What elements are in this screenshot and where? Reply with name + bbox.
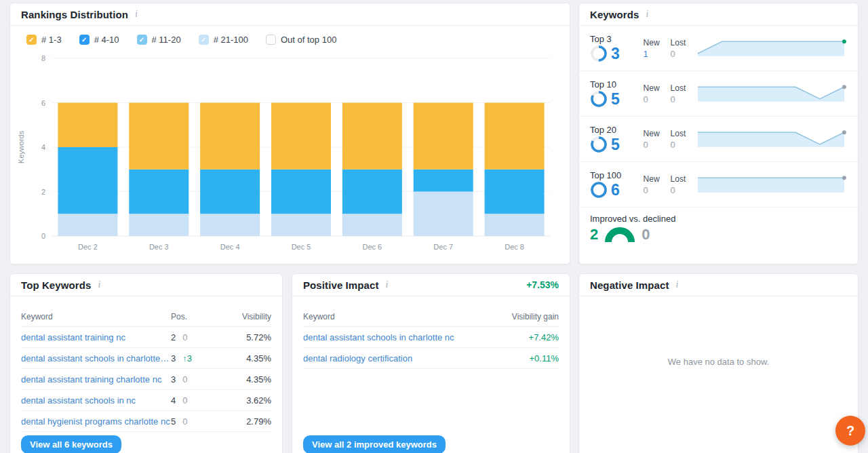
info-icon[interactable]: i — [134, 9, 139, 19]
new-count[interactable]: 0 — [644, 185, 660, 195]
legend-item[interactable]: ✓# 1-3 — [26, 35, 62, 45]
lost-label: Lost — [671, 129, 686, 138]
bar-segment[interactable] — [271, 103, 331, 170]
bar-segment[interactable] — [200, 103, 260, 170]
rankings-stacked-bar-chart: 02468KeywordsDec 2Dec 3Dec 4Dec 5Dec 6De… — [14, 47, 564, 262]
ring-chart — [590, 181, 608, 199]
position-change: 0 — [182, 332, 187, 342]
x-tick-label: Dec 7 — [433, 243, 453, 251]
summary-count[interactable]: 5 — [611, 92, 620, 107]
bar-segment[interactable] — [342, 214, 402, 236]
lost-count[interactable]: 0 — [671, 185, 686, 195]
negative-impact-header: Negative Impact i — [579, 274, 858, 296]
bar-segment[interactable] — [342, 170, 402, 214]
bar-segment[interactable] — [414, 192, 473, 237]
position-cell: 3↑3 — [171, 353, 229, 363]
bar-segment[interactable] — [200, 214, 260, 236]
bar-segment[interactable] — [485, 103, 545, 170]
keyword-summary-row: Top 105New0Lost0 — [579, 71, 858, 117]
bar-segment[interactable] — [271, 214, 331, 236]
bar-segment[interactable] — [58, 103, 117, 148]
keyword-summary-row: Top 205New0Lost0 — [579, 117, 858, 162]
legend-item[interactable]: ✓# 21-100 — [199, 35, 248, 45]
bar-segment[interactable] — [414, 170, 473, 192]
legend-item[interactable]: ✓# 11-20 — [137, 35, 181, 45]
position-cell: 40 — [171, 395, 229, 406]
top-keywords-rows: dental assistant training nc205.72%denta… — [21, 327, 271, 432]
legend-checkbox[interactable]: ✓ — [26, 35, 37, 45]
position-cell: 20 — [171, 332, 229, 342]
summary-count[interactable]: 3 — [611, 46, 620, 62]
info-icon[interactable]: i — [675, 280, 680, 290]
keyword-link[interactable]: dental radiology certification — [303, 353, 530, 363]
keyword-link[interactable]: dental hygienist programs charlotte nc — [21, 416, 171, 427]
keyword-link[interactable]: dental assistant schools in nc — [21, 395, 171, 406]
legend-checkbox[interactable]: ✓ — [79, 35, 90, 45]
summary-count[interactable]: 5 — [611, 137, 620, 153]
table-row: dental assistant schools in charlotte nc… — [303, 327, 559, 348]
keyword-link[interactable]: dental assistant schools in charlotte nc — [303, 332, 529, 342]
new-count[interactable]: 0 — [644, 94, 660, 104]
bar-segment[interactable] — [58, 214, 117, 236]
position-change: 0 — [182, 395, 187, 406]
col-keyword: Keyword — [21, 312, 171, 321]
legend-checkbox[interactable] — [266, 35, 276, 45]
visibility-value: 2.79% — [229, 416, 271, 427]
bar-segment[interactable] — [485, 170, 545, 214]
new-count[interactable]: 0 — [644, 140, 660, 150]
lost-count[interactable]: 0 — [671, 49, 686, 59]
position-value: 3 — [171, 374, 176, 385]
summary-left: Top 105 — [590, 79, 644, 108]
lost-count[interactable]: 0 — [671, 94, 686, 104]
position-value: 5 — [171, 416, 176, 427]
ring-chart — [590, 136, 608, 153]
summary-count[interactable]: 6 — [611, 182, 620, 198]
lost-count[interactable]: 0 — [671, 140, 686, 150]
x-tick-label: Dec 8 — [505, 243, 524, 251]
bar-segment[interactable] — [58, 147, 117, 214]
position-change: ↑3 — [182, 353, 192, 363]
legend-checkbox[interactable]: ✓ — [199, 35, 209, 45]
bar-segment[interactable] — [342, 103, 402, 170]
summary-left: Top 1006 — [590, 170, 644, 199]
info-icon[interactable]: i — [384, 280, 390, 290]
x-tick-label: Dec 3 — [149, 243, 169, 251]
keyword-link[interactable]: dental assistant schools in charlotte nc — [21, 353, 171, 363]
view-improved-keywords-button[interactable]: View all 2 improved keywords — [303, 435, 446, 453]
new-lost-block: New0Lost0 — [644, 174, 696, 195]
new-count[interactable]: 1 — [644, 49, 660, 59]
keyword-link[interactable]: dental assistant training nc — [21, 332, 171, 342]
lost-label: Lost — [671, 38, 686, 47]
bar-segment[interactable] — [271, 170, 331, 214]
bar-segment[interactable] — [129, 170, 189, 214]
col-pos: Pos. — [171, 312, 229, 321]
visibility-value: 5.72% — [229, 332, 271, 342]
legend-item[interactable]: ✓# 4-10 — [79, 35, 119, 45]
trend-sparkline — [695, 176, 847, 193]
info-icon[interactable]: i — [96, 280, 102, 290]
rankings-panel-header: Rankings Distribution i — [10, 3, 570, 26]
summary-left: Top 33 — [590, 34, 644, 62]
top-keywords-panel: Top Keywords i Keyword Pos. Visibility d… — [9, 273, 283, 453]
keyword-link[interactable]: dental assistant training charlotte nc — [21, 374, 171, 385]
bar-segment[interactable] — [200, 170, 260, 214]
summary-label: Top 20 — [590, 125, 644, 135]
position-change: 0 — [182, 374, 187, 385]
legend-label: # 21-100 — [214, 35, 248, 45]
new-label: New — [644, 38, 660, 47]
x-tick-label: Dec 2 — [78, 243, 98, 251]
bar-segment[interactable] — [129, 214, 189, 236]
legend-checkbox[interactable]: ✓ — [137, 35, 147, 45]
keywords-rows: Top 33New1Lost0Top 105New0Lost0Top 205Ne… — [579, 26, 858, 208]
legend-item[interactable]: Out of top 100 — [266, 35, 336, 45]
bar-segment[interactable] — [129, 103, 189, 170]
view-all-keywords-button[interactable]: View all 6 keywords — [21, 435, 121, 453]
visibility-value: 4.35% — [229, 374, 271, 385]
keyword-summary-row: Top 33New1Lost0 — [579, 26, 858, 71]
help-button[interactable]: ? — [835, 416, 865, 446]
bar-segment[interactable] — [485, 214, 545, 236]
bar-segment[interactable] — [414, 103, 473, 170]
info-icon[interactable]: i — [645, 9, 650, 19]
positive-impact-panel: Positive Impact i +7.53% Keyword Visibil… — [292, 273, 570, 453]
top-keywords-header: Top Keywords i — [10, 274, 282, 296]
